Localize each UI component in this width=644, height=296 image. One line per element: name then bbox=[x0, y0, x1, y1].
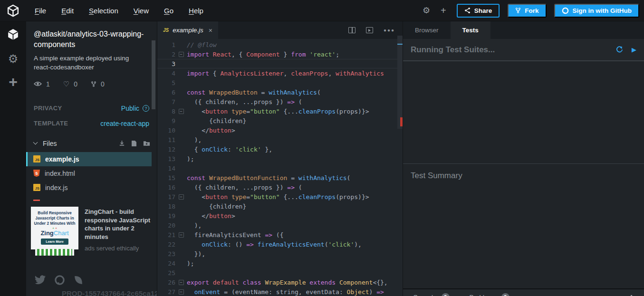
console-bar[interactable]: Console 0 Problems 0 bbox=[403, 288, 644, 296]
fold-marker-icon[interactable]: − bbox=[175, 109, 187, 114]
line-number: 24 bbox=[157, 260, 175, 267]
code-line-19[interactable]: 19 </button> bbox=[157, 211, 403, 220]
menu-go[interactable]: Go bbox=[164, 7, 173, 15]
fold-marker-icon[interactable]: − bbox=[175, 232, 187, 238]
code-line-27[interactable]: 27− onEvent = (eventName: string, eventD… bbox=[157, 287, 403, 296]
github-footer-icon[interactable] bbox=[54, 275, 65, 286]
code-line-11[interactable]: 11 ), bbox=[157, 135, 403, 144]
share-button[interactable]: Share bbox=[457, 4, 500, 18]
code-line-25[interactable]: 25 bbox=[157, 268, 403, 277]
code-line-20[interactable]: 20 ), bbox=[157, 220, 403, 230]
code-line-26[interactable]: 26−export default class WrapExample exte… bbox=[157, 277, 403, 287]
code-line-13[interactable]: 13); bbox=[157, 154, 403, 163]
code-line-17[interactable]: 17− <button type="button" {...cleanProps… bbox=[157, 192, 403, 201]
code-editor[interactable]: 1// @flow2−import React, { Component } f… bbox=[157, 39, 403, 296]
menu-selection[interactable]: Selection bbox=[89, 7, 118, 15]
rail-new-sandbox-icon[interactable]: + bbox=[9, 74, 18, 89]
editor-more-icon[interactable]: ●●● bbox=[384, 28, 395, 33]
my-sandboxes-cube-icon[interactable] bbox=[7, 28, 19, 41]
template-link[interactable]: create-react-app bbox=[100, 120, 149, 127]
line-number: 4 bbox=[157, 70, 175, 77]
new-folder-icon[interactable] bbox=[143, 140, 150, 146]
problems-label[interactable]: Problems bbox=[470, 294, 497, 296]
open-preview-icon[interactable] bbox=[366, 27, 373, 33]
menu-file[interactable]: File bbox=[35, 7, 46, 15]
files-label: Files bbox=[43, 140, 57, 147]
code-line-12[interactable]: 12 { onClick: 'click' }, bbox=[157, 144, 403, 154]
fold-marker-icon[interactable]: − bbox=[175, 289, 187, 295]
split-view-icon[interactable] bbox=[348, 27, 356, 33]
menu-edit[interactable]: Edit bbox=[61, 7, 74, 15]
code-line-10[interactable]: 10 </button> bbox=[157, 125, 403, 135]
code-line-6[interactable]: 6const WrappedButton = withAnalytics( bbox=[157, 87, 403, 97]
menu-view[interactable]: View bbox=[134, 7, 149, 15]
code-line-4[interactable]: 4import { AnalyticsListener, cleanProps,… bbox=[157, 68, 403, 78]
fold-marker-icon[interactable]: − bbox=[175, 280, 187, 285]
file-item-index-js[interactable]: JSindex.js bbox=[26, 181, 152, 195]
running-tests-label: Running Test Suites... bbox=[411, 45, 495, 55]
code-line-2[interactable]: 2−import React, { Component } from 'reac… bbox=[157, 49, 403, 59]
signin-github-button[interactable]: Sign in with GitHub bbox=[554, 4, 639, 18]
ad-image[interactable]: Build Responsive Javascript Charts in Un… bbox=[31, 207, 78, 256]
menu-help[interactable]: Help bbox=[189, 7, 203, 15]
file-item-index-html[interactable]: 5index.html bbox=[26, 166, 152, 181]
eye-icon bbox=[34, 81, 42, 87]
ad-strip-block-left bbox=[31, 249, 35, 256]
code-line-22[interactable]: 22 onClick: () => fireAnalyticsEvent('cl… bbox=[157, 239, 403, 249]
code-line-7[interactable]: 7 ({ children, ...props }) => ( bbox=[157, 97, 403, 106]
ad-headline[interactable]: ZingChart - build responsive JavaScript … bbox=[85, 208, 151, 242]
code-text: onEvent = (eventName: string, eventData:… bbox=[187, 288, 403, 296]
code-line-9[interactable]: 9 {children} bbox=[157, 116, 403, 125]
console-count-badge: 0 bbox=[442, 293, 450, 296]
code-text: </button> bbox=[187, 212, 403, 220]
code-text: export default class WrapExample extends… bbox=[187, 279, 403, 286]
code-line-8[interactable]: 8− <button type="button" {...cleanProps(… bbox=[157, 106, 403, 116]
code-line-1[interactable]: 1// @flow bbox=[157, 40, 403, 49]
file-item-example-js[interactable]: JSexample.js bbox=[26, 152, 152, 166]
close-tab-icon[interactable]: × bbox=[209, 27, 212, 34]
code-line-21[interactable]: 21− fireAnalyticsEvent => ({ bbox=[157, 230, 403, 239]
new-file-icon[interactable] bbox=[131, 140, 137, 147]
settings-gear-icon[interactable]: ⚙ bbox=[423, 5, 430, 16]
fork-button[interactable]: Fork bbox=[508, 4, 546, 18]
line-number: 7 bbox=[157, 98, 175, 105]
spectrum-icon[interactable] bbox=[73, 276, 83, 285]
run-tests-play-icon[interactable]: ▶ bbox=[632, 46, 636, 53]
tab-example-js[interactable]: JS example.js × bbox=[157, 21, 218, 39]
main-row: ⚙ + @atlaskit/analytics-03-wrapping-comp… bbox=[0, 21, 644, 296]
code-line-24[interactable]: 24); bbox=[157, 258, 403, 268]
sandbox-description: A simple example deployed using react-co… bbox=[34, 54, 144, 72]
console-label[interactable]: Console bbox=[413, 294, 437, 296]
likes-stat[interactable]: ♡ 0 bbox=[63, 80, 77, 88]
file-name: index.html bbox=[45, 170, 75, 177]
new-sandbox-plus-icon[interactable]: + bbox=[441, 5, 446, 16]
privacy-help-icon[interactable]: ? bbox=[143, 105, 149, 112]
refresh-tests-icon[interactable] bbox=[616, 46, 623, 53]
sidebar-scrollbar[interactable] bbox=[152, 40, 155, 109]
editor-scrollbar[interactable] bbox=[397, 36, 403, 129]
fold-marker-icon[interactable]: − bbox=[175, 194, 187, 200]
privacy-row: PRIVACY Public ? bbox=[34, 105, 149, 112]
fold-marker-icon[interactable]: − bbox=[175, 52, 187, 57]
ad-unit[interactable]: Build Responsive Javascript Charts in Un… bbox=[31, 207, 157, 256]
rail-settings-icon[interactable]: ⚙ bbox=[8, 53, 19, 65]
editor-pane: JS example.js × ●●● 1// @flow2−import Re… bbox=[157, 21, 403, 296]
code-line-15[interactable]: 15const WrappedButtonFunction = withAnal… bbox=[157, 173, 403, 182]
tab-browser[interactable]: Browser bbox=[403, 21, 451, 39]
tab-tests[interactable]: Tests bbox=[451, 21, 490, 39]
code-text: const WrappedButton = withAnalytics( bbox=[187, 89, 403, 96]
code-line-18[interactable]: 18 {children} bbox=[157, 201, 403, 211]
code-line-14[interactable]: 14 bbox=[157, 163, 403, 173]
sidebar: @atlaskit/analytics-03-wrapping-componen… bbox=[26, 21, 157, 296]
privacy-label: PRIVACY bbox=[34, 105, 62, 112]
ad-learn-more-button[interactable]: Learn More bbox=[41, 239, 68, 245]
twitter-icon[interactable] bbox=[34, 275, 46, 285]
code-line-16[interactable]: 16 ({ children, ...props }) => ( bbox=[157, 182, 403, 192]
chevron-down-icon[interactable] bbox=[33, 140, 38, 145]
code-line-5[interactable]: 5 bbox=[157, 78, 403, 87]
code-line-23[interactable]: 23 }), bbox=[157, 249, 403, 258]
codesandbox-logo[interactable] bbox=[0, 4, 26, 17]
forks-count: 0 bbox=[101, 80, 105, 88]
download-icon[interactable] bbox=[119, 140, 125, 146]
code-line-3[interactable]: 3 bbox=[157, 59, 403, 68]
